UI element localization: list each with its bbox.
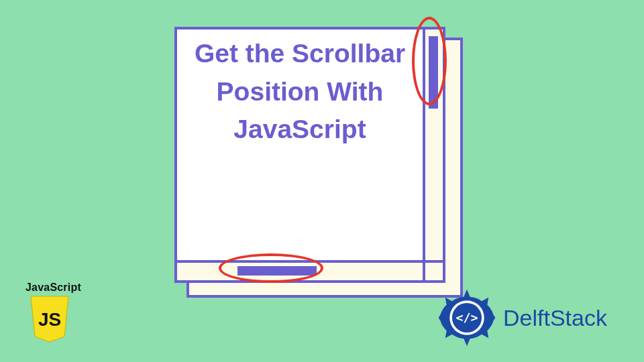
delftstack-brand: </> DelftStack <box>436 287 607 349</box>
card-title: Get the Scrollbar Position With JavaScri… <box>177 35 423 149</box>
javascript-shield-icon: JS <box>28 295 71 345</box>
delftstack-logo-icon: </> <box>436 287 498 349</box>
card-viewport: Get the Scrollbar Position With JavaScri… <box>177 29 423 260</box>
delftstack-name: DelftStack <box>503 305 607 331</box>
scroll-demo-card: Get the Scrollbar Position With JavaScri… <box>174 27 445 283</box>
highlight-ellipse-vertical <box>412 17 447 105</box>
js-letters: JS <box>38 309 61 330</box>
javascript-badge: JavaScript JS <box>25 282 93 347</box>
javascript-label: JavaScript <box>25 282 93 294</box>
highlight-ellipse-horizontal <box>219 253 323 283</box>
delftstack-code-glyph: </> <box>455 310 478 324</box>
scrollbar-corner <box>423 260 443 280</box>
